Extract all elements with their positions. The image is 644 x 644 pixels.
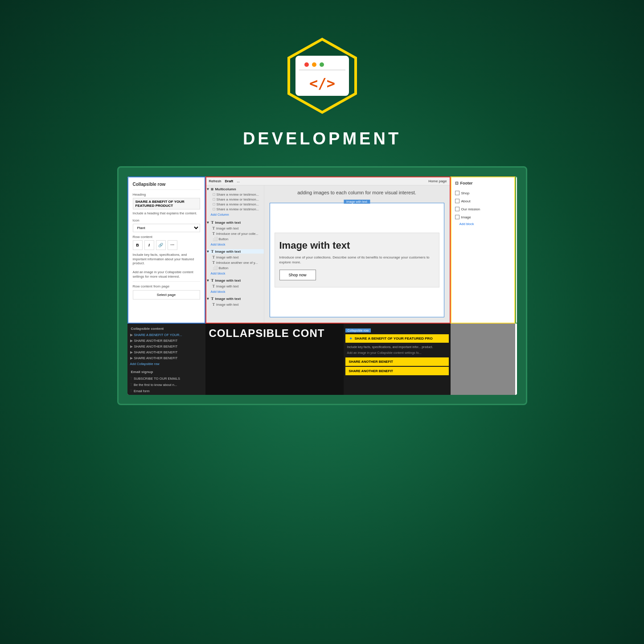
collapsible-panel-title: Collapsible row: [133, 182, 200, 187]
multicolumn-label: Multicolumn: [215, 187, 236, 191]
t-icon-2-2: T: [213, 260, 215, 265]
tab-more[interactable]: ...: [237, 179, 240, 183]
iwt-item-4-1: T Image with text: [206, 302, 264, 307]
shop-icon: [455, 191, 459, 195]
bottom-placeholder-4: [451, 324, 515, 395]
featured-product-text: SHARE A BENEFIT OF YOUR FEATURED PRO: [355, 336, 433, 340]
footer-item-image[interactable]: Image: [455, 213, 511, 221]
add-block-1[interactable]: Add block: [206, 242, 264, 247]
iwt-text-1-1: Image with text: [216, 226, 238, 230]
tree-item-2: ☐ Share a review or testimon...: [206, 197, 264, 202]
page-wrapper: </> DEVELOPMENT Collapsible row Heading …: [0, 0, 644, 644]
image-with-text-section-3: ▼ T Image with text T Image with text Ad…: [206, 278, 264, 295]
benefit-row-1: SHARE ANOTHER BENEFIT: [345, 357, 449, 366]
divider1: [133, 189, 200, 190]
svg-point-4: [320, 62, 324, 67]
expand-icon: ▼: [206, 187, 210, 191]
iwt-item-1-2: T Introduce one of your colle...: [206, 231, 264, 236]
row-content-text: Include key facts, specifications, and i…: [133, 253, 200, 279]
iwt-header-2: ▼ T Image with text: [206, 249, 264, 254]
preview-big-title: Image with text: [279, 240, 350, 251]
iwt-item-1-3: ⬜ Button: [206, 236, 264, 242]
panel-blog: Blog posts Heading Blog posts Heading si…: [515, 176, 517, 324]
collapsible-content-label: Collapsible content: [127, 325, 205, 332]
footer-item-shop[interactable]: Shop: [455, 189, 511, 197]
screenshot-area: Collapsible row Heading SHARE A BENEFIT …: [127, 176, 517, 395]
divider2: [133, 281, 200, 282]
row-content-label: Row content: [133, 235, 200, 239]
t-icon-1-2: T: [213, 231, 215, 236]
sidebar-item-5: ▶ SHARE ANOTHER BENEFIT: [127, 355, 205, 361]
svg-rect-5: [299, 70, 345, 70]
body-text-preview: Include key facts, specifications, and i…: [345, 344, 449, 350]
footer-mission-label: Our mission: [461, 207, 480, 211]
iwt-header-1: ▼ T Image with text: [206, 220, 264, 225]
tree-item-4: ☐ Share a review or testimon...: [206, 207, 264, 212]
add-image-text: Add an image in your Collapsible content…: [345, 350, 449, 356]
sidebar-item-1: ▶ SHARE A BENEFIT OF YOUR...: [127, 332, 205, 338]
select-page-button[interactable]: Select page: [133, 290, 200, 299]
heading-input[interactable]: SHARE A BENEFIT OF YOUR FEATURED PRODUCT: [133, 198, 200, 209]
heading-label: Heading: [133, 193, 200, 197]
bottom-right-panel: Footer: [515, 324, 517, 395]
tree-item-text-2: Share a review or testimon...: [217, 197, 259, 201]
sidebar-text-4: SHARE ANOTHER BENEFIT: [134, 350, 178, 354]
row-content-from-page: Row content from page: [133, 284, 200, 288]
footer-title: ⊡ Footer: [455, 181, 511, 185]
iwt-header-3: ▼ T Image with text: [206, 278, 264, 283]
tree-item-text-3: Share a review or testimon...: [217, 202, 259, 206]
add-block-2[interactable]: Add block: [206, 271, 264, 276]
add-column-link[interactable]: Add Column: [206, 212, 264, 217]
sidebar-text-1: SHARE A BENEFIT OF YOUR...: [134, 333, 182, 337]
sidebar-item-3: ▶ SHARE ANOTHER BENEFIT: [127, 344, 205, 349]
collapsible-row-badge: Collapsible row: [345, 328, 371, 332]
add-block-3[interactable]: Add block: [206, 289, 264, 295]
t-icon-3: T: [211, 278, 213, 283]
page-title: DEVELOPMENT: [243, 129, 401, 148]
multicolumn-inner: Refresh Draft ... Home page ▼ ⊞: [206, 177, 450, 323]
more-btn[interactable]: ⋯: [168, 240, 177, 250]
expand-icon-4: ▼: [206, 279, 210, 283]
mission-icon: [455, 207, 459, 211]
t-icon-2: T: [211, 249, 213, 254]
sidebar-email-1: T SUBSCRIBE TO OUR EMAILS: [127, 375, 205, 381]
t-icon-email-2: T: [130, 382, 133, 387]
footer-add-block[interactable]: Add block: [455, 221, 511, 227]
link-btn[interactable]: 🔗: [156, 240, 166, 250]
benefit-row-2: SHARE ANOTHER BENEFIT: [345, 367, 449, 375]
sidebar-icon-5: ▶: [130, 356, 133, 360]
sidebar-icon-3: ▶: [130, 345, 133, 349]
icon-select[interactable]: Plant: [133, 224, 200, 232]
tree-item-3: ☐ Share a review or testimon...: [206, 202, 264, 207]
t-icon-4-1: T: [213, 302, 215, 307]
add-collapsible-row[interactable]: Add Collapsible row: [127, 361, 205, 367]
footer-item-about[interactable]: About: [455, 197, 511, 205]
sidebar-text-5: SHARE ANOTHER BENEFIT: [134, 356, 178, 360]
preview-image-with-text: Image with text Introduce one of your co…: [275, 233, 439, 287]
image-with-text-section-2: ▼ T Image with text T Image with text T: [206, 249, 264, 276]
t-icon-2-1: T: [213, 255, 215, 259]
sidebar-email-text-3: Email form: [134, 389, 150, 393]
italic-btn[interactable]: I: [144, 240, 154, 250]
add-block-bottom[interactable]: Add block: [127, 394, 205, 395]
t-icon-1: T: [211, 220, 213, 225]
preview-hint: adding images to each column for more vi…: [297, 189, 416, 197]
bottom-sidebar-tree: Collapsible content ▶ SHARE A BENEFIT OF…: [127, 324, 205, 395]
mc-preview-col: adding images to each column for more vi…: [264, 185, 450, 323]
home-page-label: Home page: [428, 179, 447, 183]
iwt-text-2-3: Button: [219, 266, 229, 270]
shop-now-button[interactable]: Shop now: [279, 270, 316, 280]
expand-icon-2: ▼: [206, 221, 210, 225]
bottom-center-dark: COLLAPSIBLE CONT: [205, 324, 344, 395]
footer-item-mission[interactable]: Our mission: [455, 205, 511, 213]
sidebar-icon-1: ▶: [130, 333, 133, 337]
about-icon: [455, 199, 459, 203]
panel-collapsible: Collapsible row Heading SHARE A BENEFIT …: [127, 176, 205, 324]
mc-tree-col: ▼ ⊞ Multicolumn ☐ Share a review or test…: [206, 185, 264, 323]
tab-draft[interactable]: Draft: [225, 179, 234, 183]
tab-refresh[interactable]: Refresh: [209, 179, 222, 183]
expand-icon-5: ▼: [206, 297, 210, 301]
footer-about-label: About: [461, 199, 471, 203]
bold-btn[interactable]: B: [133, 240, 143, 250]
grid-icon: ⊞: [211, 188, 213, 191]
